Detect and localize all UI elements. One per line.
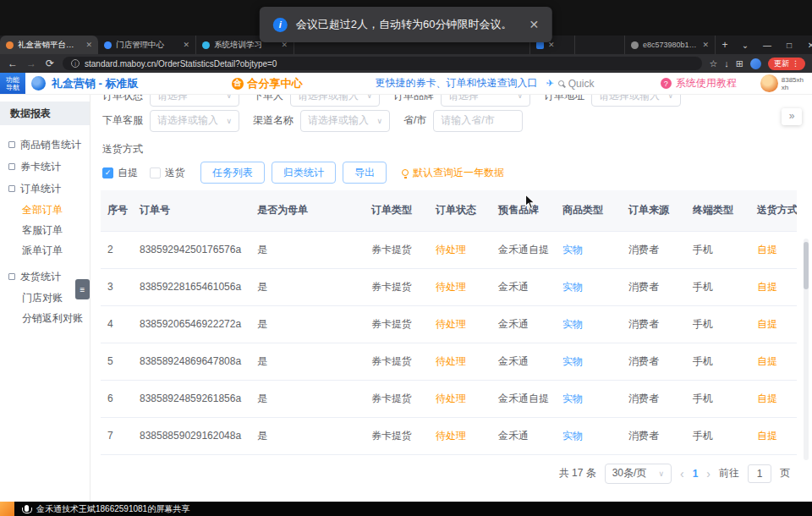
table-cell: 83859206546922272a xyxy=(133,305,250,343)
filter-collapse-button[interactable]: » xyxy=(782,108,802,125)
tab-favicon xyxy=(202,41,210,49)
table-cell: 实物 xyxy=(556,305,622,343)
table-row[interactable]: 483859206546922272a是券卡提货待处理金禾通实物消费者手机自提 xyxy=(101,305,797,343)
table-cell: 消费者 xyxy=(622,268,686,305)
url-field[interactable]: i standard.maboy.cn/OrderStatisticsDetai… xyxy=(63,57,702,70)
filter-select[interactable]: 请选择∨ xyxy=(441,95,530,107)
browser-tab[interactable]: 礼盒营销平台管理中心✕ xyxy=(0,36,98,54)
app-window: 功能 导航 礼盒营销 - 标准版 合 合分享中心 更快捷的券卡、订单和快递查询入… xyxy=(0,73,812,502)
delivery-checkbox[interactable]: ✓自提 xyxy=(102,166,138,180)
extensions-icon[interactable]: ⊞ xyxy=(736,58,743,69)
username: 8385xh xh xyxy=(782,76,804,91)
quick-search[interactable]: ✈ Quick xyxy=(546,78,595,90)
column-header: 订单类型 xyxy=(365,190,429,231)
scrollbar-thumb[interactable] xyxy=(804,242,809,289)
table-row[interactable]: 283859294250176576a是券卡提货待处理金禾通自提实物消费者手机自… xyxy=(101,231,797,268)
tab-close-icon[interactable]: ✕ xyxy=(183,41,189,49)
app-body: 数据报表 商品销售统计券卡统计订单统计全部订单客服订单派单订单发货统计门店对账分… xyxy=(0,95,812,502)
current-page[interactable]: 1 xyxy=(693,468,699,480)
table-row[interactable]: 583858924869647808a是券卡提货待处理金禾通实物消费者手机自提 xyxy=(101,343,797,380)
tutorial-link[interactable]: ? 系统使用教程 xyxy=(661,76,737,91)
favorite-icon[interactable]: ☆ xyxy=(709,58,717,69)
quick-entry-link[interactable]: 更快捷的券卡、订单和快递查询入口 xyxy=(376,76,538,91)
sidebar-subitem[interactable]: 客服订单 xyxy=(0,220,90,240)
table-row[interactable]: 383859228165461056a是券卡提货待处理金禾通实物消费者手机自提 xyxy=(101,268,797,305)
brand-logo-icon xyxy=(31,76,46,91)
column-header: 送货方式 xyxy=(750,190,797,231)
info-icon: i xyxy=(273,18,288,32)
table-cell: 待处理 xyxy=(429,268,491,305)
new-tab-button[interactable]: + xyxy=(716,36,734,54)
sidebar-item[interactable]: 券卡统计 xyxy=(0,156,90,178)
action-button[interactable]: 归类统计 xyxy=(272,162,336,184)
sidebar-subitem[interactable]: 派单订单 xyxy=(0,240,90,261)
table-cell: 83858924869647808a xyxy=(133,343,250,380)
taskbar-app-icon[interactable] xyxy=(0,502,14,516)
maximize-button[interactable]: □ xyxy=(778,36,800,54)
tab-close-icon[interactable]: ✕ xyxy=(85,41,92,49)
filter-label: 下单客服 xyxy=(102,113,143,128)
filter-label: 订单品牌 xyxy=(393,95,434,103)
query-tip: 默认查询近一年数据 xyxy=(402,166,504,180)
browser-tab[interactable]: 门店管理中心✕ xyxy=(98,36,196,54)
table-cell: 是 xyxy=(250,343,365,380)
goto-page-input[interactable]: 1 xyxy=(748,464,771,483)
browser-update-button[interactable]: 更新 ⋮ xyxy=(768,58,805,70)
prev-page-button[interactable]: ‹ xyxy=(680,467,684,480)
tab-title: e8c573980b1328a258fd2e6 xyxy=(643,41,698,49)
table-cell: 手机 xyxy=(686,268,750,305)
sidebar-subitem[interactable]: 全部订单 xyxy=(0,200,90,220)
table-scrollbar[interactable] xyxy=(804,239,809,460)
chevron-down-icon: ∨ xyxy=(226,117,232,125)
function-nav-label: 功能 xyxy=(6,76,19,84)
filter-select[interactable]: 请选择∨ xyxy=(150,95,239,107)
table-cell: 手机 xyxy=(686,380,750,417)
page-size-select[interactable]: 30条/页 ∨ xyxy=(605,464,672,484)
action-button[interactable]: 导出 xyxy=(343,162,387,184)
sidebar-collapse-handle[interactable]: ≡ xyxy=(75,279,90,299)
filter-label: 渠道名称 xyxy=(253,113,294,128)
filter-select[interactable]: 请选择或输入∨ xyxy=(300,110,390,132)
function-nav-button[interactable]: 功能 导航 xyxy=(0,73,25,94)
screen: i 会议已超过2人，自动转为60分钟限时会议。 ✕ 礼盒营销平台管理中心✕门店管… xyxy=(0,0,812,516)
refresh-icon[interactable]: ⟳ xyxy=(44,58,56,69)
table-cell: 券卡提货 xyxy=(365,343,429,380)
share-center-link[interactable]: 合 合分享中心 xyxy=(232,76,303,91)
sidebar-item[interactable]: 订单统计 xyxy=(0,178,90,200)
sidebar-item[interactable]: 商品销售统计 xyxy=(0,134,90,156)
user-avatar[interactable] xyxy=(760,74,778,92)
action-button[interactable]: 任务列表 xyxy=(200,162,265,184)
sidebar-subitem[interactable]: 分销返利对账 xyxy=(0,308,90,328)
tutorial-label: 系统使用教程 xyxy=(676,76,737,91)
table-cell: 券卡提货 xyxy=(365,380,429,417)
filter-select[interactable]: 请选择或输入∨ xyxy=(150,110,239,132)
total-count: 共 17 条 xyxy=(559,466,596,480)
table-cell: 金禾通 xyxy=(491,268,556,305)
close-button[interactable]: ✕ xyxy=(800,36,812,54)
tab-search-icon[interactable]: ⌄ xyxy=(734,36,756,54)
minimize-button[interactable]: — xyxy=(756,36,778,54)
table-cell: 实物 xyxy=(556,231,622,268)
table-row[interactable]: 683858924859261856a是券卡提货待处理金禾通自提实物消费者手机自… xyxy=(101,380,797,417)
forward-icon[interactable]: → xyxy=(25,58,37,69)
checkbox-icon[interactable]: ✓ xyxy=(102,167,113,178)
browser-profile-avatar[interactable] xyxy=(750,58,761,69)
table-cell: 手机 xyxy=(686,305,750,343)
table-row[interactable]: 783858859029162048a是券卡提货待处理金禾通实物消费者手机自提 xyxy=(101,417,797,454)
table-cell: 券卡提货 xyxy=(365,417,429,454)
next-page-button[interactable]: › xyxy=(706,467,710,480)
filter-select[interactable]: 请选择或输入∨ xyxy=(290,95,380,107)
filter-input[interactable]: 请输入省/市 xyxy=(433,110,523,132)
table-cell: 消费者 xyxy=(622,305,686,343)
download-icon[interactable]: ↓ xyxy=(724,58,729,69)
toast-close-icon[interactable]: ✕ xyxy=(529,18,539,31)
delivery-checkbox[interactable]: 送货 xyxy=(150,166,185,180)
site-info-icon[interactable]: i xyxy=(71,59,80,68)
mouse-cursor-icon xyxy=(524,194,535,210)
back-icon[interactable]: ← xyxy=(7,58,19,69)
filter-select[interactable]: 请选择或输入∨ xyxy=(591,95,681,107)
table-cell: 实物 xyxy=(556,268,622,305)
tab-close-icon[interactable]: ✕ xyxy=(702,41,709,49)
checkbox-icon[interactable] xyxy=(150,167,161,178)
browser-tab-hash[interactable]: e8c573980b1328a258fd2e6 ✕ xyxy=(624,36,716,54)
